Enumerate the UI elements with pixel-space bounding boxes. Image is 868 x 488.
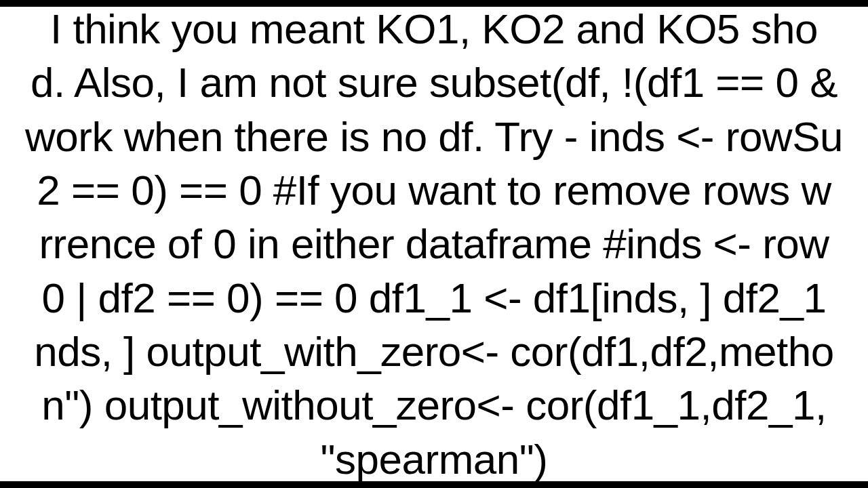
text-line: 0 | df2 == 0) == 0 df1_1 <- df1[inds, ] … xyxy=(25,271,843,325)
body-text: I think you meant KO1, KO2 and KO5 sho d… xyxy=(25,2,843,486)
text-line: n") output_without_zero<- cor(df1_1,df2_… xyxy=(25,378,843,432)
text-line: nds, ] output_with_zero<- cor(df1,df2,me… xyxy=(25,325,843,378)
text-line: I think you meant KO1, KO2 and KO5 sho xyxy=(25,2,843,56)
text-line: "spearman") xyxy=(25,432,843,486)
text-line: work when there is no df. Try - inds <- … xyxy=(25,110,843,163)
text-line: rrence of 0 in either dataframe #inds <-… xyxy=(25,217,843,270)
text-line: 2 == 0) == 0 #If you want to remove rows… xyxy=(25,163,843,217)
document-viewport: I think you meant KO1, KO2 and KO5 sho d… xyxy=(0,0,868,488)
text-line: d. Also, I am not sure subset(df, !(df1 … xyxy=(25,56,843,109)
